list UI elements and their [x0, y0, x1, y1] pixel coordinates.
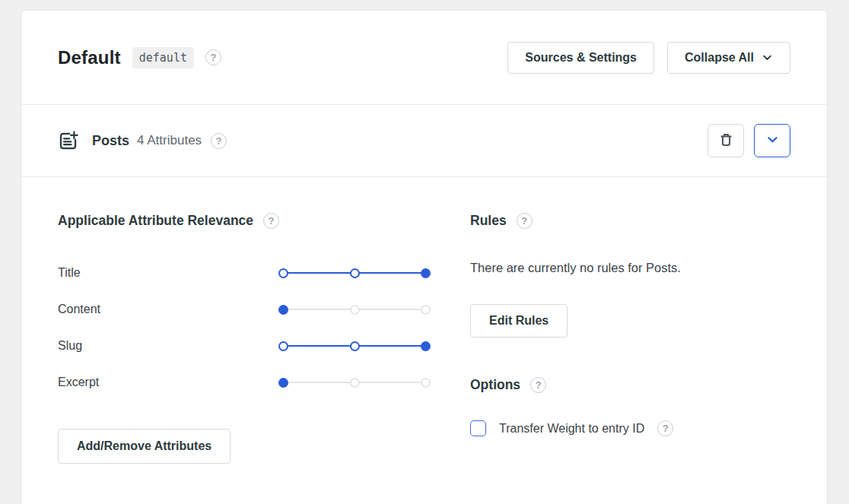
attribute-row-content: Content — [58, 291, 429, 328]
help-icon[interactable] — [657, 420, 673, 436]
add-remove-attributes-button[interactable]: Add/Remove Attributes — [58, 429, 231, 464]
slider-stop — [350, 305, 360, 315]
relevance-slider[interactable] — [280, 304, 429, 315]
slider-stop — [350, 378, 360, 388]
chevron-down-icon — [762, 52, 773, 63]
sources-settings-label: Sources & Settings — [525, 51, 637, 65]
slider-stop — [278, 341, 288, 351]
transfer-weight-option: Transfer Weight to entry ID — [470, 420, 790, 436]
engine-slug-badge: default — [132, 47, 194, 68]
relevance-slider[interactable] — [280, 377, 429, 388]
collapse-all-button[interactable]: Collapse All — [667, 42, 790, 74]
rules-heading-row: Rules — [470, 213, 790, 229]
edit-rules-label: Edit Rules — [489, 314, 549, 328]
trash-icon — [718, 132, 734, 150]
slider-stop — [278, 268, 288, 278]
collapse-all-label: Collapse All — [685, 51, 754, 65]
help-icon[interactable] — [530, 377, 546, 393]
source-name: Posts — [92, 133, 129, 149]
source-actions — [708, 124, 790, 157]
delete-source-button[interactable] — [708, 124, 744, 157]
relevance-slider[interactable] — [280, 268, 429, 278]
rules-options-column: Rules There are currently no rules for P… — [470, 213, 790, 464]
slider-handle[interactable] — [421, 341, 431, 351]
edit-rules-button[interactable]: Edit Rules — [470, 304, 568, 338]
engine-header: Default default Sources & Settings Colla… — [21, 11, 827, 105]
attribute-sliders: TitleContentSlugExcerpt — [58, 255, 429, 401]
source-attributes-count: 4 Attributes — [137, 133, 202, 148]
add-remove-attributes-label: Add/Remove Attributes — [77, 439, 211, 453]
help-icon[interactable] — [517, 213, 533, 229]
transfer-weight-checkbox[interactable] — [470, 420, 486, 436]
slider-stop — [421, 305, 431, 315]
rules-heading: Rules — [470, 213, 507, 229]
attribute-label: Title — [58, 266, 280, 280]
attribute-row-slug: Slug — [58, 328, 429, 364]
source-row-posts: Posts 4 Attributes — [21, 105, 827, 177]
options-heading-row: Options — [470, 377, 790, 393]
collapse-source-button[interactable] — [754, 124, 790, 157]
attribute-row-title: Title — [58, 255, 429, 291]
help-icon[interactable] — [263, 213, 279, 229]
help-icon[interactable] — [205, 49, 221, 65]
attribute-label: Content — [58, 303, 280, 316]
engine-title: Default — [58, 47, 121, 68]
options-heading: Options — [470, 377, 520, 393]
rules-empty-text: There are currently no rules for Posts. — [470, 261, 790, 275]
slider-stop — [421, 378, 431, 388]
slider-handle[interactable] — [278, 378, 288, 388]
attribute-row-excerpt: Excerpt — [58, 364, 429, 401]
post-add-icon — [58, 131, 78, 151]
chevron-down-icon — [766, 133, 779, 148]
slider-stop — [350, 268, 360, 278]
attributes-column: Applicable Attribute Relevance TitleCont… — [58, 213, 429, 464]
slider-handle[interactable] — [421, 268, 431, 278]
attributes-heading: Applicable Attribute Relevance — [58, 213, 253, 229]
engine-title-group: Default default — [58, 47, 221, 68]
attribute-label: Excerpt — [58, 376, 280, 389]
source-info: Posts 4 Attributes — [58, 131, 227, 151]
attributes-heading-row: Applicable Attribute Relevance — [58, 213, 429, 229]
engine-header-actions: Sources & Settings Collapse All — [507, 42, 790, 74]
source-body: Applicable Attribute Relevance TitleCont… — [21, 177, 827, 504]
relevance-slider[interactable] — [280, 341, 429, 351]
sources-settings-button[interactable]: Sources & Settings — [507, 42, 654, 74]
slider-stop — [350, 341, 360, 351]
transfer-weight-label: Transfer Weight to entry ID — [499, 422, 644, 436]
slider-handle[interactable] — [278, 305, 288, 315]
attribute-label: Slug — [58, 339, 280, 353]
engine-card: Default default Sources & Settings Colla… — [21, 10, 828, 504]
help-icon[interactable] — [211, 133, 227, 149]
